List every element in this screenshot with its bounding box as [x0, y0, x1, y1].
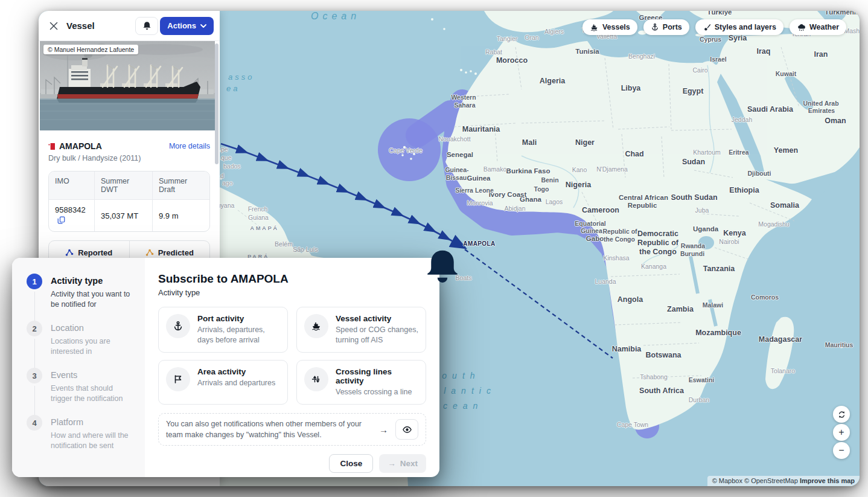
map-label: South Sudan: [671, 193, 717, 202]
map-label: Oran: [525, 34, 538, 41]
more-details-link[interactable]: More details: [169, 142, 210, 150]
panel-header: Vessel Actions: [39, 11, 220, 41]
map-label: Iraq: [757, 47, 771, 56]
map-label: Sierra Leone: [455, 187, 494, 194]
styles-layers-button[interactable]: Styles and layers: [695, 19, 783, 35]
panel-scrollbar[interactable]: [215, 43, 219, 164]
vessel-activity-card[interactable]: Vessel activity Speed or COG changes, tu…: [296, 307, 426, 353]
map-label: Nouakchott: [438, 135, 470, 143]
map-label: Rwanda: [681, 242, 705, 249]
step-badge: 3: [27, 368, 42, 383]
modal-subtitle: Activity type: [158, 288, 426, 297]
styles-layers-label: Styles and layers: [715, 23, 776, 31]
map-label: Saudi Arabia: [747, 105, 793, 114]
map-label: Mauritania: [462, 125, 500, 133]
area-activity-card[interactable]: Area activity Arrivals and departures: [158, 360, 288, 405]
activity-cards: Port activity Arrivals, departures, days…: [158, 307, 426, 405]
map-label: Monrovia: [467, 199, 493, 207]
chevron-down-icon: [200, 24, 206, 28]
refresh-icon: [837, 410, 846, 419]
crossing-lines-activity-card[interactable]: Crossing lines activity Vessels crossing…: [296, 360, 426, 405]
brush-icon: [703, 23, 711, 31]
map-label: Ethiopia: [729, 186, 759, 194]
mapbox-attribution[interactable]: © Mapbox: [712, 477, 742, 484]
map-label: Mozambique: [695, 329, 741, 337]
ship-icon: [304, 314, 328, 338]
weather-button[interactable]: Weather: [790, 19, 846, 35]
card-title: Crossing lines activity: [336, 367, 418, 385]
map-label: Comoros: [751, 293, 779, 301]
map-label: Mauritius: [825, 341, 854, 348]
anchor-icon: [651, 23, 659, 31]
next-label: Next: [400, 459, 418, 468]
refresh-button[interactable]: [833, 406, 850, 423]
next-button[interactable]: → Next: [379, 454, 426, 473]
osm-attribution[interactable]: © OpenStreetMap: [744, 477, 798, 484]
close-button[interactable]: Close: [329, 454, 373, 473]
map-label: Chad: [625, 150, 643, 158]
step-location[interactable]: 2 Location Locations you are interested …: [27, 321, 135, 368]
card-desc: Vessels crossing a line: [336, 387, 418, 397]
step-badge: 1: [27, 274, 42, 289]
zoom-in-button[interactable]: +: [833, 424, 850, 441]
step-title: Platform: [51, 415, 135, 427]
tab-reported-label: Reported: [78, 248, 112, 257]
card-desc: Arrivals, departures, days before arriva…: [197, 325, 280, 345]
map-label: Gabon: [586, 235, 608, 242]
map-label: Türkiye: [707, 11, 732, 16]
map-label: Western: [451, 94, 476, 101]
map-label: Guinea: [581, 227, 602, 234]
map-label: Guinea-: [445, 166, 468, 173]
bell-icon: [142, 21, 152, 30]
step-platform[interactable]: 4 Platform How and where will the notifi…: [27, 415, 135, 462]
subscribe-bell-button[interactable]: [135, 17, 158, 35]
map-label: Mashhad: [844, 27, 860, 34]
map-label: Oman: [825, 117, 846, 125]
map-label: Cyprus: [700, 36, 721, 43]
zoom-out-button[interactable]: −: [833, 442, 850, 459]
arrow-right-icon: →: [388, 459, 396, 468]
ports-button[interactable]: Ports: [643, 19, 689, 35]
map-label: Cameroon: [582, 206, 619, 214]
step-activity-type[interactable]: 1 Activity type Activity that you want t…: [27, 274, 135, 321]
map-label: South Africa: [639, 386, 684, 395]
actions-button[interactable]: Actions: [160, 17, 214, 35]
card-title: Vessel activity: [336, 314, 418, 323]
area-flag-icon: [166, 367, 190, 391]
map-label: Botswana: [645, 351, 681, 359]
vessels-button[interactable]: Vessels: [582, 19, 637, 35]
map-label: Ocean: [311, 11, 360, 22]
eye-icon: [402, 425, 412, 435]
card-title: Area activity: [197, 367, 275, 376]
map-label: Algiers: [544, 28, 564, 35]
ship-icon: [590, 23, 599, 32]
improve-map-link[interactable]: Improve this map: [800, 477, 855, 484]
modal-main: Subscribe to AMAPOLA Activity type Port …: [145, 258, 439, 477]
map-label: Togo: [534, 185, 549, 193]
map-label: Republic: [628, 202, 657, 209]
weather-label: Weather: [809, 23, 839, 31]
close-icon[interactable]: [48, 21, 59, 31]
map-label: Tunisia: [575, 48, 599, 55]
watch-note-box: You can also get notifications when othe…: [158, 413, 426, 446]
map-label: Kinshasa: [603, 254, 629, 261]
step-title: Events: [51, 368, 135, 380]
map-label: Durban: [689, 396, 709, 403]
watch-button[interactable]: [395, 419, 418, 440]
summer-draft-value: 9.9 m: [159, 211, 179, 220]
vessel-info: AMAPOLA More details Dry bulk / Handysiz…: [39, 130, 220, 265]
map-label: que: [221, 154, 232, 161]
map-label: Eswatini: [689, 376, 715, 383]
map-label: São Luís: [293, 246, 318, 253]
port-activity-card[interactable]: Port activity Arrivals, departures, days…: [158, 307, 288, 353]
map-label: Israel: [710, 56, 726, 63]
copy-icon[interactable]: [57, 216, 65, 224]
map-label: Lagos: [546, 198, 563, 205]
step-events[interactable]: 3 Events Events that should trigger the …: [27, 368, 135, 415]
map-label: Nairobi: [719, 238, 739, 245]
map-label: Tolanaro: [771, 367, 795, 374]
map-label: Djibouti: [747, 170, 771, 177]
map-label: Jeddah: [732, 116, 752, 123]
card-title: Port activity: [197, 314, 280, 323]
vessel-subtitle: Dry bulk / Handysize (2011): [48, 154, 210, 162]
